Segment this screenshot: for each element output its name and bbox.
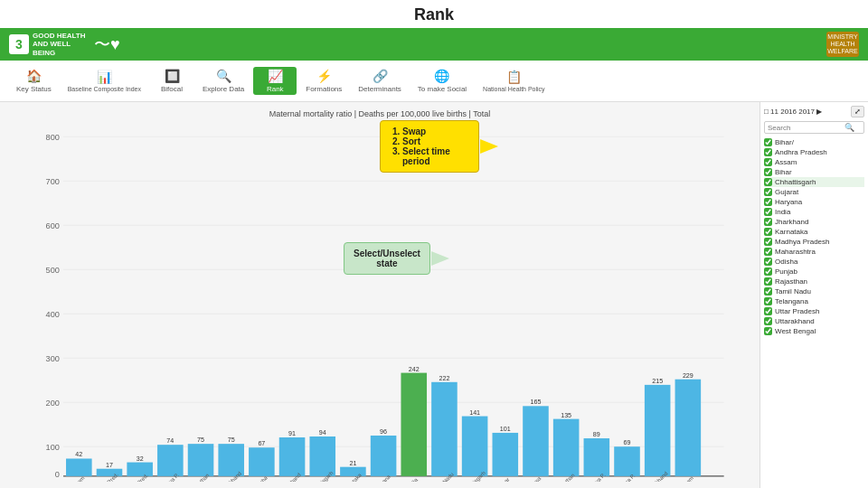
list-item: India bbox=[764, 207, 864, 217]
state-checkbox-mp[interactable] bbox=[764, 238, 772, 246]
search-input[interactable] bbox=[768, 124, 844, 132]
social-icon: 🌐 bbox=[434, 69, 449, 83]
svg-text:75: 75 bbox=[228, 436, 235, 444]
state-name: Chhattisgarh bbox=[775, 178, 816, 186]
nav-item-explore[interactable]: 🔍 Explore Data bbox=[195, 67, 251, 95]
nav-item-baseline-label: Baseline Composite Index bbox=[68, 86, 141, 92]
state-name: Andhra Pradesh bbox=[775, 148, 827, 156]
state-name: Punjab bbox=[775, 267, 797, 276]
nav-item-baseline[interactable]: 📊 Baseline Composite Index bbox=[61, 68, 148, 94]
heartbeat-icon: 〜♥ bbox=[94, 33, 120, 55]
nav-item-explore-label: Explore Data bbox=[203, 85, 244, 93]
svg-text:135: 135 bbox=[561, 412, 571, 419]
svg-text:200: 200 bbox=[46, 399, 60, 408]
list-item: Assam bbox=[764, 157, 864, 167]
state-checkbox-rajasthan[interactable] bbox=[764, 277, 772, 286]
state-checkbox-wb[interactable] bbox=[764, 327, 772, 335]
state-checkbox-karnataka[interactable] bbox=[764, 228, 772, 236]
state-checkbox-odisha[interactable] bbox=[764, 258, 772, 266]
rank-icon: 📈 bbox=[268, 69, 283, 83]
nav-item-key-status[interactable]: 🏠 Key Status bbox=[9, 67, 59, 95]
tooltip-list: Swap Sort Select timeperiod bbox=[402, 127, 469, 166]
state-name: Odisha bbox=[775, 258, 797, 266]
state-checkbox-assam[interactable] bbox=[764, 158, 772, 166]
svg-text:89: 89 bbox=[593, 431, 600, 438]
svg-rect-30 bbox=[188, 444, 214, 476]
nav-item-social-label: To make Social bbox=[418, 85, 467, 93]
svg-text:215: 215 bbox=[652, 378, 663, 385]
svg-text:67: 67 bbox=[258, 440, 265, 447]
formations-icon: ⚡ bbox=[316, 69, 332, 83]
tooltip-item-time: Select timeperiod bbox=[402, 146, 469, 166]
svg-rect-51 bbox=[401, 373, 427, 476]
svg-text:74: 74 bbox=[166, 437, 174, 445]
state-checkbox-andhra[interactable] bbox=[764, 148, 772, 156]
state-checkbox-chhattisgarh[interactable] bbox=[764, 178, 772, 186]
state-checkbox-haryana[interactable] bbox=[764, 198, 772, 206]
select-tooltip-arrow bbox=[431, 251, 449, 266]
state-name: India bbox=[775, 208, 790, 216]
svg-text:21: 21 bbox=[349, 460, 356, 467]
svg-text:94: 94 bbox=[319, 429, 326, 436]
state-checkbox-uttarakhand[interactable] bbox=[764, 317, 772, 325]
nav-item-formations[interactable]: ⚡ Formations bbox=[298, 67, 349, 95]
logo-number: 3 bbox=[9, 34, 29, 54]
svg-rect-75 bbox=[645, 385, 671, 476]
state-name: Jharkhand bbox=[775, 218, 808, 226]
svg-rect-45 bbox=[340, 467, 366, 476]
state-checkbox-gujarat[interactable] bbox=[764, 188, 772, 196]
list-item: Haryana bbox=[764, 197, 864, 207]
state-checkbox-up[interactable] bbox=[764, 307, 772, 315]
state-checkbox-tn[interactable] bbox=[764, 287, 772, 296]
nav-item-rank[interactable]: 📈 Rank bbox=[253, 67, 297, 95]
right-panel: □ 11 2016 2017 ▶ ⤢ 🔍 Bihar/ Andhra Prade… bbox=[760, 102, 868, 488]
state-checkbox-maharashtra[interactable] bbox=[764, 248, 772, 256]
svg-rect-27 bbox=[157, 445, 184, 476]
nav-item-determinants[interactable]: 🔗 Determinants bbox=[351, 67, 409, 95]
list-item: Jharkhand bbox=[764, 217, 864, 227]
svg-text:0: 0 bbox=[55, 470, 60, 479]
list-item: Telangana bbox=[764, 296, 864, 306]
chart-wrapper: 800 700 600 500 400 300 200 100 0 bbox=[5, 122, 754, 482]
list-item: Odisha bbox=[764, 257, 864, 267]
state-checkbox-india[interactable] bbox=[764, 208, 772, 216]
svg-text:17: 17 bbox=[106, 462, 113, 469]
date-range-label: □ 11 2016 2017 ▶ bbox=[764, 108, 822, 116]
svg-rect-18 bbox=[66, 458, 92, 475]
expand-button[interactable]: ⤢ bbox=[851, 106, 864, 117]
logo-text: GOOD HEALTHAND WELL BEING bbox=[33, 32, 87, 58]
nav-bar: 🏠 Key Status 📊 Baseline Composite Index … bbox=[0, 61, 868, 102]
state-checkbox-jharkhand[interactable] bbox=[764, 218, 772, 226]
state-name: Madhya Pradesh bbox=[775, 238, 829, 246]
health-policy-icon: 📋 bbox=[506, 70, 522, 84]
list-item: West Bengal bbox=[764, 326, 864, 336]
svg-rect-39 bbox=[279, 437, 306, 476]
svg-text:75: 75 bbox=[197, 436, 204, 444]
chart-svg: 800 700 600 500 400 300 200 100 0 bbox=[5, 122, 754, 482]
nav-item-health-policy[interactable]: 📋 National Health Policy bbox=[476, 68, 552, 94]
nav-item-bifocal-label: Bifocal bbox=[161, 85, 183, 93]
state-checkbox-bihar[interactable] bbox=[764, 168, 772, 176]
state-checkbox-telangana[interactable] bbox=[764, 297, 772, 305]
state-checkbox-biharall[interactable] bbox=[764, 138, 772, 146]
list-item: Madhya Pradesh bbox=[764, 237, 864, 247]
svg-rect-66 bbox=[553, 419, 580, 476]
tooltip-arrow bbox=[480, 139, 498, 154]
state-name: Tamil Nadu bbox=[775, 287, 811, 296]
svg-text:42: 42 bbox=[75, 451, 82, 458]
list-item: Chhattisgarh bbox=[764, 177, 864, 187]
nav-item-social[interactable]: 🌐 To make Social bbox=[410, 67, 474, 95]
nav-item-bifocal[interactable]: 🔲 Bifocal bbox=[150, 67, 193, 95]
svg-rect-63 bbox=[523, 406, 549, 476]
svg-text:100: 100 bbox=[46, 443, 60, 452]
svg-text:India: India bbox=[406, 476, 420, 482]
svg-text:800: 800 bbox=[46, 133, 60, 142]
top-bar: 3 GOOD HEALTHAND WELL BEING 〜♥ MINISTRYH… bbox=[0, 28, 868, 61]
state-name: Maharashtra bbox=[775, 248, 816, 256]
state-checkbox-punjab[interactable] bbox=[764, 267, 772, 276]
tooltip-item-sort: Sort bbox=[402, 136, 469, 146]
determinants-icon: 🔗 bbox=[373, 69, 388, 83]
state-name: Telangana bbox=[775, 297, 808, 305]
list-item: Uttarakhand bbox=[764, 316, 864, 326]
main-area: Maternal mortality ratio | Deaths per 10… bbox=[0, 102, 868, 488]
